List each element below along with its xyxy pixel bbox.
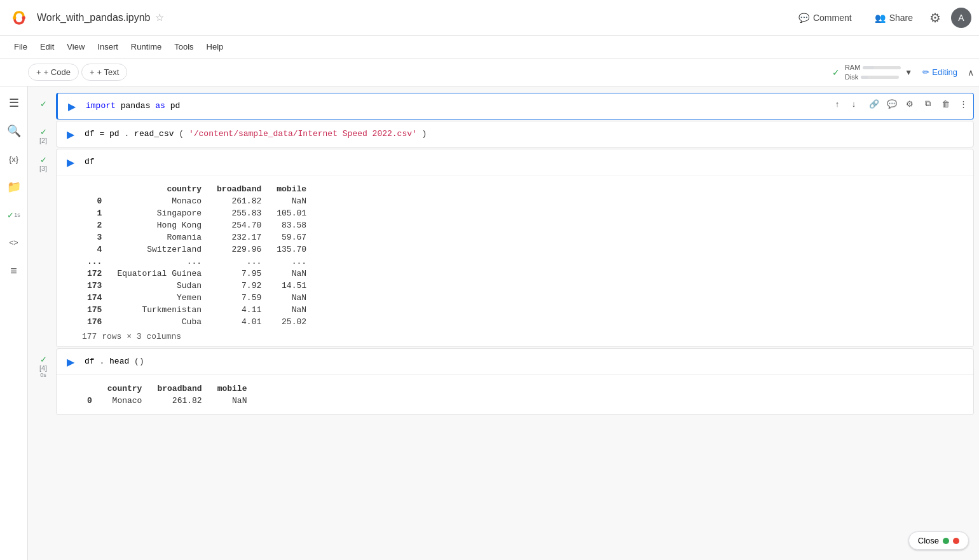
- menu-insert[interactable]: Insert: [91, 39, 125, 54]
- code-text-1: import pandas as pd: [86, 100, 180, 113]
- df-header-mobile: mobile: [271, 183, 317, 195]
- cell-input-2: ▶ df = pd . read_csv ( '/content/sample_…: [57, 121, 973, 147]
- df-cell-country: Turkmenistan: [112, 304, 212, 316]
- df-cell-broadband: 229.96: [212, 243, 271, 256]
- code-paren-open: (: [179, 129, 184, 139]
- svg-point-2: [22, 16, 25, 19]
- run-button-1[interactable]: ▶: [63, 97, 81, 115]
- cell-status-2: ✓ [2]: [33, 121, 53, 144]
- cell-status-3: ✓ [3]: [33, 149, 53, 172]
- df-cell-idx: 1: [82, 207, 112, 219]
- add-text-button[interactable]: + + Text: [81, 64, 127, 81]
- df-cell-country: Yemen: [112, 292, 212, 304]
- table-row: 3 Romania 232.17 59.67: [82, 231, 317, 243]
- green-status-dot: [943, 538, 949, 544]
- expand-resources-icon[interactable]: ▼: [905, 68, 912, 77]
- df-cell-broadband-4-0: 261.82: [152, 395, 212, 407]
- move-up-icon[interactable]: ↑: [830, 96, 845, 111]
- table-row: 1 Singapore 255.83 105.01: [82, 207, 317, 219]
- df-cell-idx: 2: [82, 219, 112, 231]
- share-button[interactable]: 👥 Share: [868, 9, 919, 27]
- sidebar-code-icon[interactable]: <>: [3, 231, 25, 254]
- sidebar-search-icon[interactable]: 🔍: [3, 120, 25, 142]
- table-row: 174 Yemen 7.59 NaN: [82, 292, 317, 304]
- comment-button[interactable]: 💬 Comment: [792, 9, 858, 27]
- cell-wrapper-3: ✓ [3] ▶ df country: [28, 149, 979, 347]
- notebook-title[interactable]: Work_with_pandas.ipynb: [37, 12, 150, 24]
- keyword-as: as: [155, 101, 165, 111]
- collapse-icon[interactable]: ∧: [968, 67, 974, 78]
- code-paren-close: ): [422, 129, 427, 139]
- df-header-broadband: broadband: [212, 183, 271, 195]
- code-text-4: df . head (): [85, 355, 144, 368]
- menu-file[interactable]: File: [8, 39, 34, 54]
- run-button-4[interactable]: ▶: [62, 353, 79, 371]
- menu-runtime[interactable]: Runtime: [125, 39, 168, 54]
- delete-cell-icon[interactable]: 🗑: [938, 96, 953, 111]
- editing-label: Editing: [932, 67, 957, 77]
- df-cell-ellipsis: ...: [271, 256, 317, 268]
- code-read-csv: read_csv: [134, 129, 174, 139]
- menu-tools[interactable]: Tools: [168, 39, 200, 54]
- menu-edit[interactable]: Edit: [34, 39, 60, 54]
- df-cell-ellipsis: ...: [82, 256, 112, 268]
- df-cell-idx: 3: [82, 231, 112, 243]
- df-cell-broadband: 255.83: [212, 207, 271, 219]
- cell-time-4: 0s: [40, 372, 46, 378]
- table-row: 2 Hong Kong 254.70 83.58: [82, 219, 317, 231]
- move-down-icon[interactable]: ↓: [846, 96, 861, 111]
- df-cell-mobile: 14.51: [271, 280, 317, 292]
- sidebar-variables-icon[interactable]: {x}: [3, 147, 25, 170]
- cell-check-1: ✓: [40, 99, 47, 109]
- df-cell-broadband: 4.01: [212, 316, 271, 328]
- menu-help[interactable]: Help: [200, 39, 230, 54]
- df-cell-ellipsis: ...: [112, 256, 212, 268]
- ram-disk-bars: RAM Disk: [845, 64, 901, 81]
- disk-bar-row: Disk: [845, 73, 901, 81]
- sidebar-list-icon[interactable]: ≡: [3, 259, 25, 282]
- run-button-2[interactable]: ▶: [62, 125, 79, 143]
- svg-point-1: [13, 16, 16, 19]
- star-icon[interactable]: ☆: [155, 11, 164, 24]
- close-label: Close: [918, 536, 939, 545]
- table-row: 0 Monaco 261.82 NaN: [82, 395, 257, 407]
- close-button[interactable]: Close: [908, 531, 969, 550]
- df-cell-idx-4-0: 0: [82, 395, 102, 407]
- df-cell-mobile: 83.58: [271, 219, 317, 231]
- df-header-mobile-4: mobile: [212, 383, 257, 395]
- comment-cell-icon[interactable]: 💬: [884, 96, 900, 111]
- settings-cell-icon[interactable]: ⚙: [902, 96, 917, 111]
- add-code-button[interactable]: + + Code: [28, 64, 79, 81]
- ram-bar-row: RAM: [845, 64, 901, 71]
- menu-bar: File Edit View Insert Runtime Tools Help: [0, 36, 979, 58]
- menu-view[interactable]: View: [60, 39, 91, 54]
- cell-container-4: ▶ df . head () country: [56, 348, 974, 415]
- table-row: 176 Cuba 4.01 25.02: [82, 316, 317, 328]
- code-df-var: df: [85, 129, 95, 139]
- plus-text-icon: +: [90, 67, 95, 77]
- settings-icon[interactable]: ⚙: [929, 10, 941, 25]
- df-header-idx: [82, 183, 112, 195]
- df-cell-mobile: NaN: [271, 304, 317, 316]
- toolbar-row: + + Code + + Text ✓ RAM Disk: [0, 58, 979, 86]
- df-cell-mobile: 59.67: [271, 231, 317, 243]
- avatar[interactable]: A: [951, 8, 971, 28]
- notebook-content: ✓ ↑ ↓ 🔗 💬 ⚙ ⧉ 🗑 ⋮ ▶: [28, 86, 979, 560]
- df-cell-country: Switzerland: [112, 243, 212, 256]
- df-cell-country: Singapore: [112, 207, 212, 219]
- run-button-3[interactable]: ▶: [62, 153, 79, 171]
- copy-cell-icon[interactable]: ⧉: [920, 96, 935, 111]
- code-pd-read: pd: [109, 129, 120, 139]
- df-cell-country: Romania: [112, 231, 212, 243]
- sidebar-menu-icon[interactable]: ☰: [3, 92, 25, 114]
- dataframe-table-3: country broadband mobile 0 Monaco 261.82…: [82, 183, 317, 328]
- table-row: 175 Turkmenistan 4.11 NaN: [82, 304, 317, 316]
- link-icon[interactable]: 🔗: [866, 96, 882, 111]
- df-cell-country: Equatorial Guinea: [112, 268, 212, 280]
- sidebar-checkmark-icon[interactable]: ✓1s: [3, 203, 25, 226]
- comment-label: Comment: [813, 13, 852, 23]
- code-df-3: df: [85, 157, 95, 167]
- sidebar-files-icon[interactable]: 📁: [3, 175, 25, 198]
- more-cell-icon[interactable]: ⋮: [955, 96, 971, 111]
- df-cell-idx: 173: [82, 280, 112, 292]
